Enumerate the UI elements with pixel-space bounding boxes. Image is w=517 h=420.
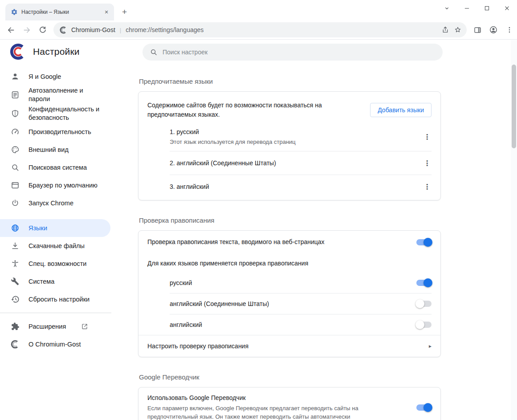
settings-sidebar: Я и Google Автозаполнение и пароли Конфи… [0,68,129,353]
sidebar-item-label: Сбросить настройки [28,295,90,304]
sidebar-item-accessibility[interactable]: Спец. возможности [0,255,110,273]
profile-avatar-icon[interactable] [486,22,501,37]
language-row-english-us: 2. английский (Соединенные Штаты) ⋮ [170,151,432,175]
language-menu-kebab-icon[interactable]: ⋮ [419,179,435,195]
sidebar-item-label: Расширения [28,322,66,331]
sidebar-divider [0,313,111,313]
new-tab-button[interactable]: + [118,6,130,18]
search-icon [150,48,158,56]
sidebar-item-appearance[interactable]: Внешний вид [0,141,110,159]
tab-close-icon[interactable]: ✕ [102,8,110,16]
search-input[interactable] [163,49,436,56]
section-title-preferred-languages: Предпочитаемые языки [138,68,441,91]
google-translate-card: Использовать Google Переводчик Если пара… [138,387,441,420]
customize-spellcheck-row[interactable]: Настроить проверку правописания ▸ [138,335,440,357]
scrollbar-thumb[interactable] [512,65,516,148]
spellcheck-list-label-row: Для каких языков применяется проверка пр… [138,253,440,273]
power-icon [11,199,20,208]
chromium-gost-mini-logo-icon [11,340,20,349]
sidebar-item-languages[interactable]: Языки [0,219,110,237]
sidebar-item-label: Языки [28,224,47,232]
shield-icon [11,109,20,118]
accessibility-icon [11,259,20,268]
puzzle-icon [11,322,20,331]
spellcheck-language-name: английский (Соединенные Штаты) [170,300,269,307]
sidebar-item-reset[interactable]: Сбросить настройки [0,290,110,308]
language-subtitle: Этот язык используется для перевода стра… [170,139,296,146]
spellcheck-toggle-russian[interactable] [416,280,432,286]
sidebar-item-search-engine[interactable]: Поисковая система [0,159,110,176]
spellcheck-card: Проверка правописания текста, вводимого … [138,230,441,357]
reload-icon[interactable] [35,22,50,37]
side-panel-icon[interactable] [470,22,485,37]
spellcheck-language-name: английский [170,321,202,328]
share-icon[interactable] [439,24,452,36]
sidebar-item-extensions[interactable]: Расширения [0,318,110,335]
window-controls [437,0,517,16]
chromium-gost-logo [10,43,27,60]
sidebar-item-label: Система [28,277,54,286]
browser-tab[interactable]: Настройки – Языки ✕ [5,4,114,20]
sidebar-item-downloads[interactable]: Скачанные файлы [0,237,110,255]
sidebar-item-label: Производительность [28,128,91,136]
sidebar-item-about[interactable]: О Chromium-Gost [0,335,110,353]
window-menu-chevron-button[interactable] [437,0,457,16]
language-name: 1. русский [170,128,296,136]
sidebar-item-label: Браузер по умолчанию [28,181,98,190]
palette-icon [11,145,20,154]
settings-gear-favicon [11,8,18,16]
spellcheck-toggle-english[interactable] [416,322,432,328]
sidebar-item-label: Запуск Chrome [28,199,73,208]
language-name: 2. английский (Соединенные Штаты) [170,159,276,167]
browser-toolbar: Chromium-Gost | chrome://settings/langua… [0,20,517,40]
sidebar-item-default-browser[interactable]: Браузер по умолчанию [0,176,110,194]
window-maximize-button[interactable] [477,0,497,16]
window-close-button[interactable] [497,0,517,16]
window-minimize-button[interactable] [457,0,477,16]
submenu-arrow-icon: ▸ [429,343,432,349]
bookmark-star-icon[interactable] [452,24,464,36]
spellcheck-master-label: Проверка правописания текста, вводимого … [147,238,325,246]
sidebar-item-label: Конфиденциальность и безопасность [28,105,106,122]
forward-icon[interactable] [19,22,34,37]
page-scrollbar[interactable] [511,40,517,420]
sidebar-item-label: Спец. возможности [28,260,86,268]
google-translate-toggle[interactable] [416,404,432,411]
language-row-russian: 1. русский Этот язык используется для пе… [170,123,432,151]
omnibox[interactable]: Chromium-Gost | chrome://settings/langua… [53,22,467,37]
spellcheck-language-name: русский [170,279,192,286]
sidebar-item-performance[interactable]: Производительность [0,123,110,141]
section-title-google-translate: Google Переводчик [138,357,441,387]
browser-window-icon [11,181,20,190]
speedometer-icon [11,127,20,136]
spellcheck-row-english-us: английский (Соединенные Штаты) [170,294,432,314]
magnifier-icon [11,163,20,172]
spellcheck-row-english: английский [170,314,432,335]
language-menu-kebab-icon[interactable]: ⋮ [419,129,435,145]
sidebar-item-label: Внешний вид [28,146,69,154]
sidebar-item-you-and-google[interactable]: Я и Google [0,68,110,86]
back-icon[interactable] [3,22,18,37]
sidebar-item-startup[interactable]: Запуск Chrome [0,194,110,212]
tab-title: Настройки – Языки [21,9,99,15]
wrench-icon [11,277,20,286]
sidebar-item-autofill[interactable]: Автозаполнение и пароли [0,86,110,104]
add-languages-button[interactable]: Добавить языки [370,103,432,117]
spellcheck-language-list: русский английский (Соединенные Штаты) а… [170,273,432,335]
spellcheck-master-row: Проверка правописания текста, вводимого … [138,231,440,253]
settings-brand: Настройки [10,43,80,60]
browser-menu-kebab-icon[interactable] [502,22,517,37]
google-translate-row: Использовать Google Переводчик Если пара… [138,387,440,420]
sidebar-item-privacy[interactable]: Конфиденциальность и безопасность [0,104,110,123]
section-title-spellcheck: Проверка правописания [138,200,441,230]
globe-icon [11,224,20,232]
sidebar-item-label: Скачанные файлы [28,242,85,250]
sidebar-item-system[interactable]: Система [0,273,110,290]
person-icon [11,72,20,81]
omnibox-separator: | [120,27,121,33]
language-name: 3. английский [170,183,209,191]
spellcheck-toggle-english-us[interactable] [416,301,432,307]
sidebar-item-label: Я и Google [28,73,61,81]
language-menu-kebab-icon[interactable]: ⋮ [419,155,435,171]
spellcheck-master-toggle[interactable] [416,239,432,245]
